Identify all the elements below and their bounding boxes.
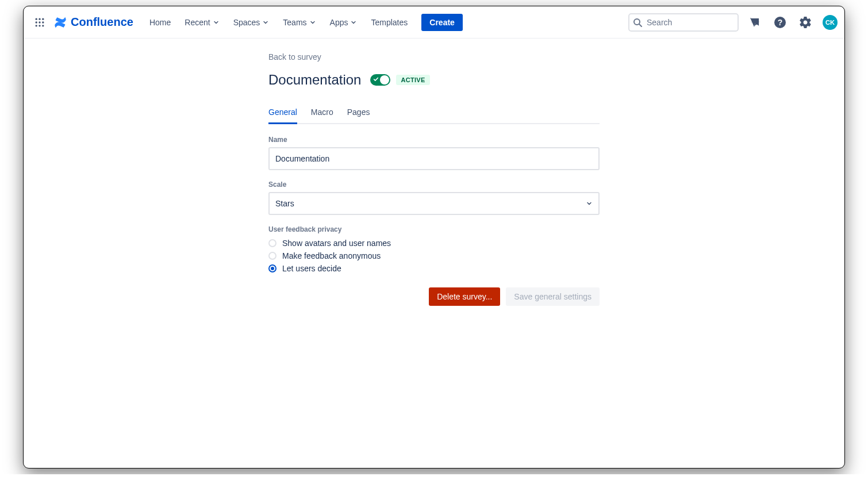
scale-select[interactable]: Stars	[268, 192, 600, 215]
status-badge: ACTIVE	[396, 75, 429, 85]
radio-icon	[268, 239, 276, 247]
radio-icon	[268, 252, 276, 260]
name-label: Name	[268, 136, 600, 144]
create-button[interactable]: Create	[421, 14, 463, 31]
delete-survey-button[interactable]: Delete survey...	[429, 287, 500, 306]
app-switcher-icon[interactable]	[30, 13, 49, 32]
settings-icon[interactable]	[796, 13, 815, 32]
svg-point-1	[39, 18, 40, 20]
chevron-down-icon	[309, 19, 316, 26]
privacy-radio-group: Show avatars and user names Make feedbac…	[268, 237, 600, 275]
page-title: Documentation	[268, 72, 361, 88]
check-icon	[373, 76, 379, 82]
chevron-down-icon	[350, 19, 357, 26]
privacy-option-show[interactable]: Show avatars and user names	[268, 237, 600, 249]
scale-label: Scale	[268, 181, 600, 189]
privacy-option-let-users-decide[interactable]: Let users decide	[268, 262, 600, 275]
radio-icon	[268, 264, 276, 272]
tab-macro[interactable]: Macro	[311, 104, 333, 124]
svg-point-2	[42, 18, 44, 20]
main-content: Back to survey Documentation ACTIVE Gene…	[24, 39, 844, 306]
primary-nav: Home Recent Spaces Teams Apps Templates …	[144, 14, 463, 31]
confluence-logo[interactable]: Confluence	[53, 16, 133, 29]
svg-point-5	[42, 21, 44, 23]
save-settings-button[interactable]: Save general settings	[506, 287, 600, 306]
top-navigation: Confluence Home Recent Spaces Teams Apps…	[24, 6, 844, 39]
active-toggle[interactable]	[370, 74, 390, 86]
chevron-down-icon	[213, 19, 220, 26]
nav-templates[interactable]: Templates	[365, 14, 413, 30]
svg-point-3	[36, 21, 37, 23]
search-icon	[633, 18, 642, 27]
chevron-down-icon	[262, 19, 269, 26]
svg-point-0	[36, 18, 37, 20]
privacy-option-anonymous[interactable]: Make feedback anonymous	[268, 249, 600, 262]
svg-text:?: ?	[778, 18, 783, 27]
tabs: General Macro Pages	[268, 104, 600, 124]
svg-point-7	[39, 25, 40, 26]
tab-pages[interactable]: Pages	[347, 104, 370, 124]
help-icon[interactable]: ?	[771, 13, 789, 32]
app-frame: Confluence Home Recent Spaces Teams Apps…	[23, 6, 845, 469]
svg-point-4	[39, 21, 40, 23]
nav-teams[interactable]: Teams	[277, 14, 321, 30]
user-avatar[interactable]: CK	[823, 15, 838, 30]
general-form: Name Scale Stars User feedback privacy	[268, 136, 600, 306]
nav-apps[interactable]: Apps	[324, 14, 363, 30]
nav-recent[interactable]: Recent	[179, 14, 225, 30]
name-input[interactable]	[268, 147, 600, 170]
confluence-icon	[53, 16, 67, 29]
back-to-survey-link[interactable]: Back to survey	[268, 52, 321, 62]
privacy-label: User feedback privacy	[268, 225, 600, 233]
tab-general[interactable]: General	[268, 104, 297, 124]
brand-name: Confluence	[71, 16, 133, 29]
svg-line-10	[639, 24, 642, 26]
search-box	[628, 13, 739, 32]
svg-point-6	[36, 25, 37, 26]
notifications-icon[interactable]	[746, 13, 764, 32]
search-input[interactable]	[628, 13, 739, 32]
nav-spaces[interactable]: Spaces	[228, 14, 275, 30]
svg-point-8	[42, 25, 44, 26]
nav-home[interactable]: Home	[144, 14, 176, 30]
